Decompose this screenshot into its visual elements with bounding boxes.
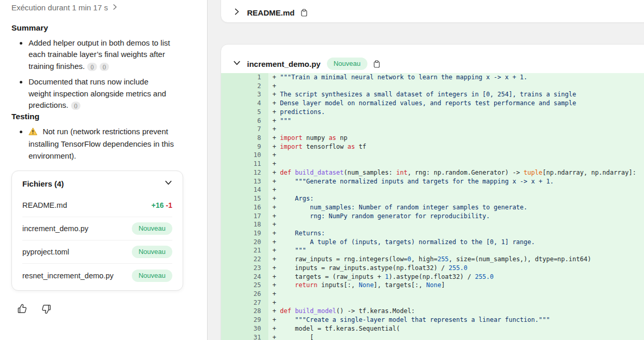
line-number: 29 <box>221 316 268 324</box>
diff-line: 1+ """Train a minimal neural network to … <box>221 73 644 82</box>
file-name: pyproject.toml <box>22 248 69 256</box>
code-content: + The script synthesizes a small dataset… <box>268 90 644 99</box>
line-number: 3 <box>221 90 268 99</box>
diff-stats: +16-1 <box>152 201 172 209</box>
files-list: README.md+16-1increment_demo.pyNouveaupy… <box>12 194 183 290</box>
code-content: + <box>268 290 644 299</box>
line-number: 2 <box>221 82 268 91</box>
diff-line: 20+ A tuple of (inputs, targets) normali… <box>221 238 644 247</box>
line-number: 13 <box>221 177 268 186</box>
copy-icon[interactable] <box>374 60 380 68</box>
diff-line: 2+ <box>221 82 644 91</box>
code-content: + import tensorflow as tf <box>268 143 644 151</box>
new-file-badge: Nouveau <box>327 58 367 70</box>
bullet-text-line: predictions.() <box>29 100 177 111</box>
increment-demo-file-header[interactable]: increment_demo.py Nouveau <box>221 45 644 73</box>
line-number: 30 <box>221 324 268 333</box>
code-content: + <box>268 160 644 168</box>
thumbs-up-button[interactable] <box>16 302 29 317</box>
citation-chip[interactable]: () <box>87 63 97 71</box>
bullet-text-line: environment). <box>29 150 177 162</box>
files-card-title: Fichiers (4) <box>22 179 64 188</box>
line-number: 19 <box>221 229 268 238</box>
line-number: 1 <box>221 73 268 82</box>
readme-file-header[interactable]: README.md <box>233 8 307 18</box>
file-row[interactable]: README.md+16-1 <box>22 194 172 217</box>
execution-duration-label: Exécution durant 1 min 17 s <box>11 3 108 12</box>
diff-panel: README.md increment_demo.py Nouveau 1+ "… <box>208 0 644 340</box>
diff-line: 4+ Dense layer model on normalized value… <box>221 99 644 108</box>
code-content: + <box>268 125 644 134</box>
code-content: + <box>268 220 644 229</box>
testing-heading: Testing <box>11 112 39 121</box>
feedback-buttons <box>16 302 53 317</box>
diff-line: 12+ def build_dataset(num_samples: int, … <box>221 168 644 177</box>
file-name: resnet_increment_demo.py <box>22 272 114 280</box>
diff-line: 30+ model = tf.keras.Sequential( <box>221 324 644 333</box>
files-card-header[interactable]: Fichiers (4) <box>12 171 183 194</box>
line-number: 8 <box>221 134 268 143</box>
execution-summary-toggle[interactable]: Exécution durant 1 min 17 s <box>11 3 118 12</box>
line-number: 7 <box>221 125 268 134</box>
chevron-down-icon <box>233 59 241 69</box>
file-name: README.md <box>22 201 67 209</box>
file-name: increment_demo.py <box>22 224 88 233</box>
diff-line: 8+ import numpy as np <box>221 134 644 143</box>
line-number: 23 <box>221 264 268 273</box>
bullet-text-line: Added helper output in both demos to lis… <box>29 37 177 49</box>
line-number: 24 <box>221 273 268 281</box>
code-content: + Args: <box>268 194 644 203</box>
code-content: + <box>268 299 644 307</box>
line-number: 9 <box>221 143 268 151</box>
line-number: 20 <box>221 238 268 247</box>
diff-line: 27+ <box>221 299 644 307</box>
citation-chip[interactable]: () <box>100 63 109 71</box>
line-number: 28 <box>221 307 268 316</box>
thumbs-down-button[interactable] <box>39 302 53 317</box>
copy-icon[interactable] <box>301 9 307 17</box>
code-content: + return inputs[:, None], targets[:, Non… <box>268 281 644 290</box>
diff-line: 23+ inputs = raw_inputs.astype(np.float3… <box>221 264 644 273</box>
file-row[interactable]: increment_demo.pyNouveau <box>22 217 172 240</box>
code-content: + """Train a minimal neural network to l… <box>268 73 644 82</box>
code-content: + A tuple of (inputs, targets) normalize… <box>268 238 644 247</box>
citation-chip[interactable]: () <box>71 102 80 110</box>
file-row[interactable]: resnet_increment_demo.pyNouveau <box>22 264 172 287</box>
diff-line: 14+ <box>221 186 644 194</box>
line-number: 22 <box>221 255 268 264</box>
code-content: + def build_model() -> tf.keras.Model: <box>268 307 644 316</box>
readme-file-card: README.md <box>221 0 644 23</box>
line-number: 10 <box>221 151 268 160</box>
line-number: 26 <box>221 290 268 299</box>
line-number: 14 <box>221 186 268 194</box>
line-number: 6 <box>221 117 268 125</box>
diff-view: 1+ """Train a minimal neural network to … <box>221 73 644 340</box>
code-content: + <box>268 82 644 91</box>
file-title: increment_demo.py <box>247 60 321 68</box>
chevron-down-icon <box>165 179 172 189</box>
files-card: Fichiers (4) README.md+16-1increment_dem… <box>11 171 183 291</box>
diff-line: 24+ targets = (raw_inputs + 1).astype(np… <box>221 273 644 281</box>
code-content: + [ <box>268 333 644 340</box>
code-content: + import numpy as np <box>268 134 644 143</box>
diff-line: 3+ The script synthesizes a small datase… <box>221 90 644 99</box>
diff-line: 28+ def build_model() -> tf.keras.Model: <box>221 307 644 316</box>
line-number: 18 <box>221 220 268 229</box>
code-content: + num_samples: Number of random integer … <box>268 203 644 212</box>
warning-icon <box>29 127 37 138</box>
code-content: + """Create a single-layer model that re… <box>268 316 644 324</box>
diff-line: 15+ Args: <box>221 194 644 203</box>
line-number: 15 <box>221 194 268 203</box>
diff-line: 22+ raw_inputs = rng.integers(low=0, hig… <box>221 255 644 264</box>
increment-demo-file-card: increment_demo.py Nouveau 1+ """Train a … <box>221 44 644 340</box>
file-row[interactable]: pyproject.tomlNouveau <box>22 240 172 264</box>
summary-heading: Summary <box>11 23 48 33</box>
chevron-right-icon <box>233 8 241 18</box>
line-number: 17 <box>221 212 268 221</box>
diff-line: 9+ import tensorflow as tf <box>221 143 644 151</box>
code-content: + Dense layer model on normalized values… <box>268 99 644 108</box>
diff-line: 19+ Returns: <box>221 229 644 238</box>
diff-line: 18+ <box>221 220 644 229</box>
code-content: + """Generate normalized inputs and targ… <box>268 177 644 186</box>
bullet-text-line: training finishes.()() <box>29 61 177 72</box>
